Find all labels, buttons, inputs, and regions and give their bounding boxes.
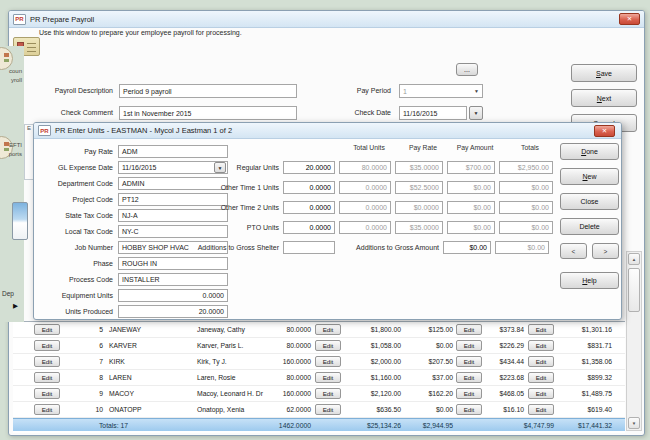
edit-deductions-button[interactable]: Edit — [528, 340, 554, 351]
payroll-description-field[interactable]: Period 9 payroll — [119, 84, 297, 98]
edit-gross-button[interactable]: Edit — [315, 324, 341, 335]
check-comment-field[interactable]: 1st in November 2015 — [119, 106, 297, 120]
net-amount: $1,489.75 — [554, 390, 612, 397]
previous-record-button[interactable]: < — [560, 243, 587, 259]
edit-hours-button[interactable]: Edit — [34, 340, 60, 351]
phase-field[interactable]: ROUGH IN — [118, 257, 228, 270]
done-rest: one — [586, 148, 598, 155]
enter-units-titlebar[interactable]: PR PR Enter Units - EASTMAN - Mycol J Ea… — [34, 123, 621, 139]
edit-hours-button[interactable]: Edit — [34, 372, 60, 383]
employee-table: Edit 5 JANEWAY Janeway, Cathy 80.0000 Ed… — [13, 321, 625, 433]
gross-amount: $1,160.00 — [341, 374, 401, 381]
record-nav: < > — [560, 243, 619, 259]
table-row[interactable]: Edit 6 KARVER Karver, Paris L. 80.0000 E… — [13, 338, 625, 354]
next-record-button[interactable]: > — [592, 243, 619, 259]
pto-pay-rate: $35.0000 — [395, 221, 443, 234]
table-row[interactable]: Edit 8 LAREN Laren, Rosie 80.0000 Edit $… — [13, 370, 625, 386]
employee-code: KIRK — [103, 358, 167, 365]
edit-deductions-button[interactable]: Edit — [528, 324, 554, 335]
other-time-1-pay-rate: $52.5000 — [395, 181, 443, 194]
next-rest: ext — [602, 95, 611, 102]
other-time-2-entry[interactable]: 0.0000 — [283, 201, 335, 214]
window-icon: PR — [38, 125, 51, 136]
gross-amount: $2,120.00 — [341, 390, 401, 397]
pay-period-select[interactable]: 1 ▼ — [399, 84, 483, 98]
other-time-1-entry[interactable]: 0.0000 — [283, 181, 335, 194]
check-icon-line — [27, 43, 36, 44]
save-rest: ave — [601, 70, 612, 77]
edit-taxes-button[interactable]: Edit — [456, 340, 482, 351]
edit-gross-button[interactable]: Edit — [315, 340, 341, 351]
additions-shelter-entry[interactable] — [283, 241, 335, 254]
units-produced-label: Units Produced — [38, 308, 118, 315]
employee-units: 80.0000 — [255, 342, 311, 349]
edit-taxes-button[interactable]: Edit — [456, 404, 482, 415]
pto-units-entry[interactable]: 0.0000 — [283, 221, 335, 234]
edit-deductions-button[interactable]: Edit — [528, 404, 554, 415]
next-button[interactable]: Next — [571, 89, 637, 107]
pto-units-row: PTO Units 0.0000 0.0000 $35.0000 $0.00 $… — [34, 221, 553, 234]
scroll-down-icon[interactable]: ▼ — [628, 417, 640, 429]
close-button[interactable]: Close — [560, 193, 619, 210]
delete-button[interactable]: Delete — [560, 218, 619, 235]
check-date-field[interactable]: 11/16/2015 — [399, 106, 467, 120]
phase-label: Phase — [38, 260, 118, 267]
check-date-label: Check Date — [309, 109, 391, 116]
table-scrollbar[interactable]: ▲ ▼ — [626, 251, 642, 431]
process-code-label: Process Code — [38, 276, 118, 283]
edit-gross-button[interactable]: Edit — [315, 372, 341, 383]
edit-taxes-button[interactable]: Edit — [456, 372, 482, 383]
table-row[interactable]: Edit 7 KIRK Kirk, Ty J. 160.0000 Edit $2… — [13, 354, 625, 370]
edit-taxes-button[interactable]: Edit — [456, 388, 482, 399]
done-button[interactable]: Done — [560, 143, 619, 160]
table-row[interactable]: Edit 5 JANEWAY Janeway, Cathy 80.0000 Ed… — [13, 322, 625, 338]
edit-hours-button[interactable]: Edit — [34, 388, 60, 399]
employee-number: 10 — [60, 406, 103, 413]
additions-amount-entry[interactable]: $0.00 — [443, 241, 491, 254]
chevron-down-icon[interactable]: ▼ — [474, 88, 479, 94]
employee-units: 80.0000 — [255, 374, 311, 381]
edit-hours-button[interactable]: Edit — [34, 324, 60, 335]
edit-deductions-button[interactable]: Edit — [528, 372, 554, 383]
regular-units-entry[interactable]: 20.0000 — [283, 161, 335, 174]
edit-gross-button[interactable]: Edit — [315, 388, 341, 399]
employee-units: 160.0000 — [255, 390, 311, 397]
edit-taxes-button[interactable]: Edit — [456, 324, 482, 335]
process-code-field[interactable]: INSTALLER — [118, 273, 228, 286]
close-icon[interactable]: ✕ — [594, 125, 615, 137]
edit-hours-button[interactable]: Edit — [34, 404, 60, 415]
prepare-payroll-titlebar[interactable]: PR PR Prepare Payroll ✕ — [9, 11, 644, 28]
help-button[interactable]: Help — [560, 272, 619, 289]
gross-amount: $2,000.00 — [341, 358, 401, 365]
new-button[interactable]: New — [560, 168, 619, 185]
other-amount: $37.00 — [401, 374, 453, 381]
edit-deductions-button[interactable]: Edit — [528, 356, 554, 367]
equipment-units-field[interactable]: 0.0000 — [118, 289, 228, 302]
edit-deductions-button[interactable]: Edit — [528, 388, 554, 399]
app-icon-fragment — [0, 47, 13, 70]
scroll-up-icon[interactable]: ▲ — [628, 253, 640, 265]
record-arrow-icon: ▶ — [13, 302, 18, 310]
employee-name: Onatopp, Xenia — [167, 406, 255, 413]
close-icon[interactable]: ✕ — [619, 13, 640, 25]
save-button[interactable]: Save — [571, 64, 637, 82]
browse-button[interactable]: ... — [456, 63, 478, 76]
table-row[interactable]: Edit 9 MACOY Macoy, Leonard H. Dr 160.00… — [13, 386, 625, 402]
additions-amount-label: Additions to Gross Amount — [335, 244, 439, 251]
edit-gross-button[interactable]: Edit — [315, 356, 341, 367]
hidden-panel-fragment: E — [24, 124, 33, 180]
background-app-panel: coun yroll EFTI ports Dep ▶ — [0, 46, 24, 322]
edit-gross-button[interactable]: Edit — [315, 404, 341, 415]
other-amount: $0.00 — [401, 342, 453, 349]
edit-hours-button[interactable]: Edit — [34, 356, 60, 367]
chevron-down-icon[interactable]: ▼ — [469, 106, 483, 120]
scrollbar-thumb[interactable] — [628, 268, 640, 312]
other-time-2-total-units: 0.0000 — [339, 201, 391, 214]
units-produced-field[interactable]: 20.0000 — [118, 305, 228, 318]
edit-taxes-button[interactable]: Edit — [456, 356, 482, 367]
check-date-combo: 11/16/2015 ▼ — [399, 106, 483, 120]
pay-rate-field[interactable]: ADM — [118, 145, 228, 158]
equipment-units-label: Equipment Units — [38, 292, 118, 299]
totals-label: Totals: 17 — [60, 422, 167, 429]
table-row[interactable]: Edit 10 ONATOPP Onatopp, Xenia 62.0000 E… — [13, 402, 625, 418]
